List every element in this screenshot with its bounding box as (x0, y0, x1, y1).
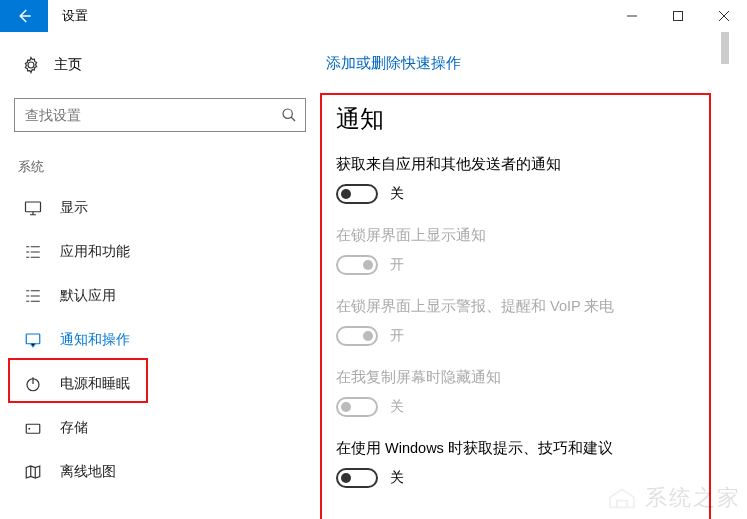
toggle-state: 开 (390, 256, 404, 274)
category-label: 系统 (14, 154, 306, 186)
toggle-hide-on-duplicate (336, 397, 378, 417)
titlebar: 设置 (0, 0, 747, 32)
map-icon (24, 463, 42, 481)
maximize-icon (673, 11, 683, 21)
nav-label: 存储 (60, 419, 88, 437)
nav-item-display[interactable]: 显示 (14, 186, 306, 230)
setting-label: 在锁屏界面上显示通知 (336, 226, 695, 245)
svg-rect-0 (674, 12, 683, 21)
setting-label: 在使用 Windows 时获取提示、技巧和建议 (336, 439, 695, 458)
home-button[interactable]: 主页 (14, 50, 306, 80)
storage-icon (24, 419, 42, 437)
notifications-section: 通知 获取来自应用和其他发送者的通知 关 在锁屏界面上显示通知 开 在锁屏界面上… (320, 93, 711, 519)
apps-icon (24, 243, 42, 261)
arrow-left-icon (15, 7, 33, 25)
content-area: 添加或删除快速操作 通知 获取来自应用和其他发送者的通知 关 在锁屏界面上显示通… (320, 32, 747, 519)
maximize-button[interactable] (655, 0, 701, 32)
sidebar: 主页 系统 显示 应用和功能 默认应用 通知和操作 (0, 32, 320, 519)
scrollbar-thumb[interactable] (721, 32, 729, 64)
search-box[interactable] (14, 98, 306, 132)
nav-label: 电源和睡眠 (60, 375, 130, 393)
back-button[interactable] (0, 0, 48, 32)
nav-label: 默认应用 (60, 287, 116, 305)
toggle-windows-tips[interactable] (336, 468, 378, 488)
svg-rect-5 (26, 424, 40, 433)
toggle-state: 关 (390, 398, 404, 416)
nav-label: 离线地图 (60, 463, 116, 481)
search-icon (281, 107, 297, 123)
setting-label: 在锁屏界面上显示警报、提醒和 VoIP 来电 (336, 297, 695, 316)
setting-lockscreen-notifications: 在锁屏界面上显示通知 开 (336, 226, 695, 275)
svg-rect-3 (26, 334, 40, 344)
setting-label: 在我复制屏幕时隐藏通知 (336, 368, 695, 387)
nav-list: 显示 应用和功能 默认应用 通知和操作 电源和睡眠 存储 (14, 186, 306, 494)
window-title: 设置 (48, 0, 102, 32)
minimize-button[interactable] (609, 0, 655, 32)
toggle-get-notifications[interactable] (336, 184, 378, 204)
quick-actions-link[interactable]: 添加或删除快速操作 (326, 54, 461, 71)
titlebar-spacer (102, 0, 609, 32)
setting-get-notifications: 获取来自应用和其他发送者的通知 关 (336, 155, 695, 204)
nav-item-offline-maps[interactable]: 离线地图 (14, 450, 306, 494)
setting-hide-on-duplicate: 在我复制屏幕时隐藏通知 关 (336, 368, 695, 417)
nav-item-notifications[interactable]: 通知和操作 (14, 318, 306, 362)
toggle-lockscreen-notifications (336, 255, 378, 275)
setting-label: 获取来自应用和其他发送者的通知 (336, 155, 695, 174)
close-icon (719, 11, 729, 21)
default-apps-icon (24, 287, 42, 305)
home-label: 主页 (54, 56, 82, 74)
nav-label: 显示 (60, 199, 88, 217)
minimize-icon (627, 11, 637, 21)
toggle-lockscreen-alarms (336, 326, 378, 346)
nav-item-apps[interactable]: 应用和功能 (14, 230, 306, 274)
nav-label: 通知和操作 (60, 331, 130, 349)
nav-label: 应用和功能 (60, 243, 130, 261)
toggle-state: 开 (390, 327, 404, 345)
nav-item-default-apps[interactable]: 默认应用 (14, 274, 306, 318)
close-button[interactable] (701, 0, 747, 32)
toggle-state: 关 (390, 185, 404, 203)
power-icon (24, 375, 42, 393)
display-icon (24, 199, 42, 217)
setting-lockscreen-alarms: 在锁屏界面上显示警报、提醒和 VoIP 来电 开 (336, 297, 695, 346)
search-input[interactable] (15, 99, 305, 131)
nav-item-power[interactable]: 电源和睡眠 (14, 362, 306, 406)
quick-actions-row: 添加或删除快速操作 (320, 32, 739, 93)
window-controls (609, 0, 747, 32)
svg-rect-2 (26, 202, 41, 212)
svg-point-1 (283, 109, 292, 118)
svg-point-6 (28, 428, 30, 430)
toggle-state: 关 (390, 469, 404, 487)
setting-windows-tips: 在使用 Windows 时获取提示、技巧和建议 关 (336, 439, 695, 488)
gear-icon (22, 56, 40, 74)
notification-icon (24, 331, 42, 349)
section-title: 通知 (336, 103, 695, 135)
nav-item-storage[interactable]: 存储 (14, 406, 306, 450)
